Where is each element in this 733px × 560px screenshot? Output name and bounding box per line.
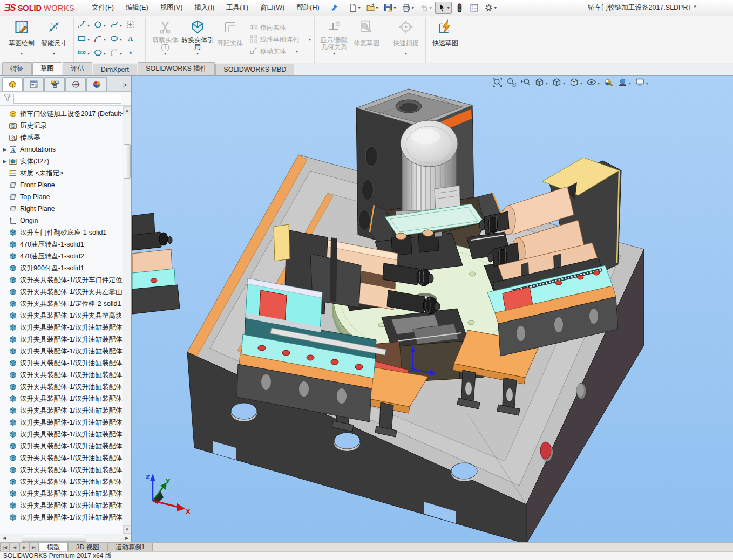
tree-item[interactable]: 470油压转盘-1-solid1: [1, 238, 123, 250]
tab-DimXpert[interactable]: DimXpert: [93, 64, 137, 75]
arc-button[interactable]: ▾: [93, 32, 110, 46]
tree-item[interactable]: 汉升夹具装配体-1/汉升油缸装配体: [1, 464, 123, 476]
dropdown-arrow-icon[interactable]: ▾: [104, 51, 106, 56]
print-button[interactable]: ▾: [399, 2, 416, 14]
rebuild-button[interactable]: [453, 2, 466, 14]
scroll-down-icon[interactable]: ▼: [123, 525, 131, 534]
tab-草图[interactable]: 草图: [32, 62, 62, 75]
tree-item[interactable]: 汉升夹具装配体-1/汉升夹具垫高块: [1, 310, 123, 322]
tree-item[interactable]: 汉升夹具装配体-1/汉升油缸装配体: [1, 357, 123, 369]
save-button[interactable]: ▾: [382, 2, 398, 14]
tree-item[interactable]: 汉升夹具装配体-1/汉升车门件定位体: [1, 274, 123, 286]
menu-item-视图V[interactable]: 视图(V): [155, 1, 188, 15]
dropdown-arrow-icon[interactable]: ▾: [87, 23, 90, 28]
horizontal-scroll-thumb[interactable]: [22, 535, 86, 542]
dropdown-arrow-icon[interactable]: ▾: [164, 51, 166, 56]
tree-item[interactable]: 汉升夹具装配体-1/汉升油缸装配体: [1, 488, 123, 500]
smart-dimension-button[interactable]: 智能尺寸▾: [38, 18, 70, 56]
tree-item[interactable]: 材质 <未指定>: [1, 167, 123, 179]
dropdown-arrow-icon[interactable]: ▾: [21, 51, 23, 56]
zoom-to-area-button[interactable]: [505, 77, 518, 90]
dropdown-arrow-icon[interactable]: ▾: [87, 51, 90, 56]
undo-button[interactable]: ▾: [417, 2, 434, 14]
view-orientation-button[interactable]: ▾: [551, 77, 566, 90]
tree-item[interactable]: ▶AAnnotations: [1, 144, 123, 155]
dropdown-arrow-icon[interactable]: ▾: [120, 37, 122, 42]
rapid-sketch-button[interactable]: 快速草图: [429, 18, 461, 51]
tree-item[interactable]: 传感器: [1, 132, 123, 144]
open-button[interactable]: ▾: [364, 2, 381, 14]
tree-item[interactable]: 汉升夹具装配体-1/汉升油缸装配体: [1, 393, 123, 405]
3d-model-scene[interactable]: Z Y X: [132, 76, 733, 542]
tree-item[interactable]: 汉升夹具装配体-1/汉升油缸装配体: [1, 476, 123, 488]
feature-manager-overflow-arrow[interactable]: >: [123, 81, 130, 91]
last-tab-icon[interactable]: ▶|: [29, 543, 39, 551]
circle-button[interactable]: ▾: [93, 18, 110, 32]
configurationmanager-tab[interactable]: [44, 77, 65, 91]
pin-menu-icon[interactable]: [330, 4, 338, 12]
displaymanager-tab[interactable]: [86, 77, 107, 91]
menu-item-帮助H[interactable]: 帮助(H): [291, 1, 324, 15]
tree-item[interactable]: 汉升夹具装配体-1/汉升油缸装配体: [1, 500, 123, 511]
tab-SOLIDWORKS 插件[interactable]: SOLIDWORKS 插件: [138, 62, 215, 75]
dropdown-arrow-icon[interactable]: ▾: [598, 81, 600, 86]
dimxpertmanager-tab[interactable]: [65, 77, 86, 91]
scroll-left-icon[interactable]: ◀: [0, 534, 9, 542]
tree-item[interactable]: 汉升夹具装配体-1/汉升油缸装配体: [1, 405, 123, 416]
dropdown-arrow-icon[interactable]: ▾: [120, 51, 122, 56]
dropdown-arrow-icon[interactable]: ▾: [580, 81, 582, 86]
text-button[interactable]: A: [126, 32, 142, 46]
tree-item[interactable]: 汉升夹具装配体-1/汉升油缸装配体: [1, 369, 123, 381]
move-button[interactable]: 移动实体▾: [249, 46, 311, 57]
section-view-button[interactable]: ▾: [533, 77, 549, 90]
expand-arrow-icon[interactable]: ▶: [1, 159, 9, 164]
dropdown-arrow-icon[interactable]: ▾: [405, 51, 407, 56]
menu-item-插入I[interactable]: 插入(I): [189, 1, 220, 15]
dropdown-arrow-icon[interactable]: ▾: [53, 51, 55, 56]
dropdown-arrow-icon[interactable]: ▾: [309, 37, 311, 42]
dropdown-arrow-icon[interactable]: ▾: [104, 23, 106, 28]
tree-item[interactable]: 汉升夹具装配体-1/汉升油缸装配体: [1, 333, 123, 345]
tree-item[interactable]: Top Plane: [1, 191, 123, 203]
tree-item[interactable]: 汉升夹具装配体-1/定位棒-2-solid1: [1, 298, 123, 310]
dropdown-arrow-icon[interactable]: ▾: [104, 37, 106, 42]
tree-item[interactable]: 汉升夹具装配体-1/汉升油缸装配体: [1, 345, 123, 357]
dropdown-arrow-icon[interactable]: ▾: [120, 23, 122, 28]
dropdown-arrow-icon[interactable]: ▾: [447, 5, 450, 10]
linear-pattern-button[interactable]: 线性草图阵列▾: [249, 35, 311, 45]
ellipse-button[interactable]: ▾: [110, 32, 126, 46]
feature-tree-filter-input[interactable]: [13, 94, 121, 104]
fillet-button[interactable]: ▾: [110, 46, 126, 60]
dropdown-arrow-icon[interactable]: ▾: [394, 5, 396, 10]
rectangle-button[interactable]: ▾: [77, 32, 93, 46]
dropdown-arrow-icon[interactable]: ▾: [563, 81, 565, 86]
tree-item[interactable]: 汉升夹具装配体-1/汉升油缸装配体: [1, 440, 123, 452]
slot-button[interactable]: ▾: [77, 46, 93, 60]
tree-item[interactable]: 汉升夹具装配体-1/汉升油缸装配体: [1, 322, 123, 333]
dropdown-arrow-icon[interactable]: ▾: [333, 51, 335, 56]
menu-item-编辑E[interactable]: 编辑(E): [120, 1, 154, 15]
dropdown-arrow-icon[interactable]: ▾: [296, 49, 298, 54]
dropdown-arrow-icon[interactable]: ▾: [629, 81, 631, 86]
repair-button[interactable]: 修复草图: [350, 18, 383, 51]
tree-item[interactable]: 汉升夹具装配体-1/汉升夹具左靠山: [1, 286, 123, 298]
feature-tree-root[interactable]: 轿车门铰链加工设备2017 (Default<: [1, 108, 123, 120]
dropdown-arrow-icon[interactable]: ▾: [430, 5, 432, 10]
spline-button[interactable]: ▾: [110, 18, 126, 32]
tree-item[interactable]: Front Plane: [1, 179, 123, 191]
bottom-tab-模型[interactable]: 模型: [39, 543, 68, 551]
tab-评估[interactable]: 评估: [63, 62, 92, 75]
display-style-button[interactable]: ▾: [568, 77, 583, 90]
edit-appearance-button[interactable]: [602, 77, 615, 90]
first-tab-icon[interactable]: |◀: [0, 543, 10, 551]
previous-view-button[interactable]: [519, 77, 532, 90]
line-button[interactable]: ▾: [77, 18, 93, 32]
dropdown-arrow-icon[interactable]: ▾: [494, 5, 497, 10]
tree-item[interactable]: 历史记录: [1, 120, 123, 132]
menu-item-工具T[interactable]: 工具(T): [221, 1, 254, 15]
bottom-tab-运动算例1[interactable]: 运动算例1: [107, 543, 153, 551]
quick-snaps-button[interactable]: 快速捕捉▾: [390, 18, 422, 56]
tree-item[interactable]: 汉升车门件翻砂底座-1-solid1: [1, 227, 123, 238]
dropdown-arrow-icon[interactable]: ▾: [376, 5, 378, 10]
tree-item[interactable]: Right Plane: [1, 203, 123, 215]
